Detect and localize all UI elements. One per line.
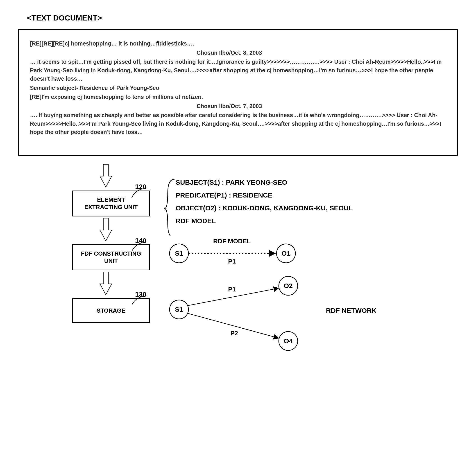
edge-p2: P2: [230, 330, 238, 337]
rdf-model-graph: S1 O1 RDF MODEL P1: [167, 231, 324, 269]
node-s1-net: S1: [175, 306, 183, 313]
node-o2: O2: [284, 282, 293, 290]
doc-line-4: Semantic subject- Residence of Park Youn…: [30, 84, 446, 92]
unit-label: FDF CONSTRUCTING: [75, 250, 147, 257]
element-extracting-unit-box: ELEMENT EXTRACTING UNIT: [72, 190, 150, 216]
edge-p1-net: P1: [228, 286, 236, 293]
rdf-network-graph: S1 O2 O4 P1 P2 RDF NETWORK: [167, 276, 392, 352]
doc-line-7: …. If buying something as cheaply and be…: [30, 111, 446, 136]
node-s1: S1: [175, 249, 183, 257]
doc-line-3: … it seems to spit…I'm getting pissed of…: [30, 58, 446, 83]
storage-box: STORAGE: [72, 298, 150, 323]
arrow-down-icon: [99, 270, 112, 297]
doc-line-1: [RE][RE][RE]cj homeshopping… it is nothi…: [30, 39, 446, 48]
node-o4: O4: [284, 337, 293, 345]
node-o1: O1: [282, 249, 290, 257]
triple-object: OBJECT(O2) : KODUK-DONG, KANGDONG-KU, SE…: [176, 201, 353, 214]
unit-label: ELEMENT: [75, 196, 147, 204]
triple-predicate: PREDICATE(P1) : RESIDENCE: [176, 189, 353, 201]
arrow-down-icon: [99, 163, 112, 190]
text-document-box: [RE][RE][RE]cj homeshopping… it is nothi…: [18, 29, 458, 156]
doc-line-5: [RE]I'm exposing cj homeshopping to tens…: [30, 93, 446, 101]
rdf-model-title: RDF MODEL: [213, 238, 251, 245]
arrow-down-icon: [99, 216, 112, 243]
page-title: <TEXT DOCUMENT>: [27, 13, 463, 22]
fdf-constructing-unit-box: FDF CONSTRUCTING UNIT: [72, 244, 150, 270]
doc-source-2: Chosun Ilbo/Oct. 7, 2003: [197, 102, 446, 111]
unit-label: STORAGE: [75, 307, 147, 314]
unit-label: EXTRACTING UNIT: [75, 203, 147, 211]
unit-label: UNIT: [75, 257, 147, 265]
rdf-network-title: RDF NETWORK: [326, 307, 377, 314]
edge-p1: P1: [228, 258, 236, 265]
doc-source-1: Chosun Ilbo/Oct. 8, 2003: [197, 49, 446, 57]
triple-subject: SUBJECT(S1) : PARK YEONG-SEO: [176, 176, 353, 189]
